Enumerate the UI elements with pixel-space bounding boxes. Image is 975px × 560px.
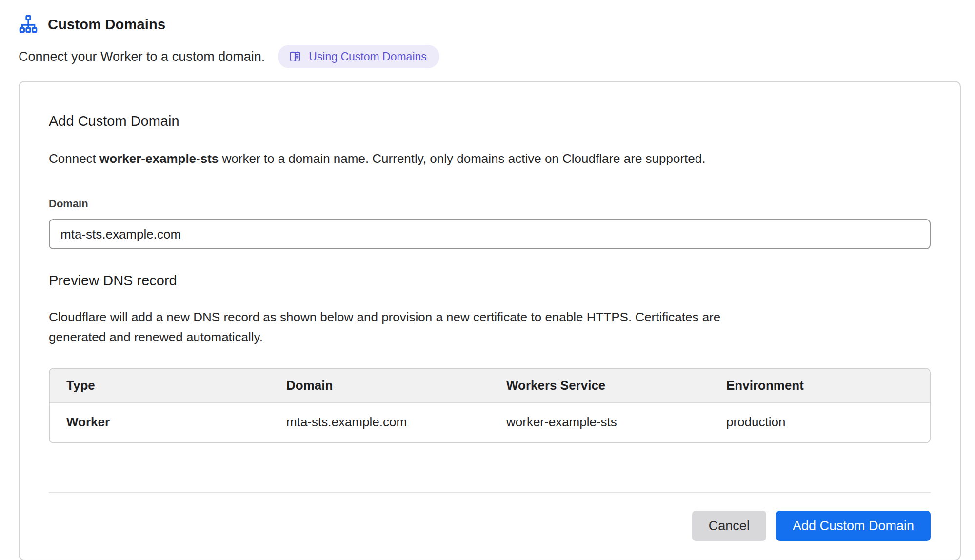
- column-header-environment: Environment: [710, 369, 930, 403]
- docs-link-label: Using Custom Domains: [309, 50, 427, 63]
- add-custom-domain-card: Add Custom Domain Connect worker-example…: [19, 81, 961, 560]
- domain-input[interactable]: [49, 219, 931, 249]
- cell-environment: production: [710, 403, 930, 442]
- page-subtitle: Connect your Worker to a custom domain.: [19, 49, 265, 64]
- custom-domains-page: Custom Domains Connect your Worker to a …: [0, 0, 975, 560]
- preview-dns-description: Cloudflare will add a new DNS record as …: [49, 307, 754, 347]
- dns-preview-table: Type Domain Workers Service Environment …: [49, 368, 931, 443]
- cancel-button[interactable]: Cancel: [692, 511, 766, 541]
- card-title: Add Custom Domain: [49, 113, 931, 129]
- card-description: Connect worker-example-sts worker to a d…: [49, 150, 931, 167]
- domain-label: Domain: [49, 198, 931, 210]
- table-row: Worker mta-sts.example.com worker-exampl…: [50, 403, 930, 442]
- docs-link[interactable]: Using Custom Domains: [278, 45, 439, 68]
- cell-type: Worker: [50, 403, 270, 442]
- preview-dns-heading: Preview DNS record: [49, 273, 931, 289]
- table-header-row: Type Domain Workers Service Environment: [50, 369, 930, 403]
- book-icon: [288, 50, 302, 63]
- page-header: Custom Domains Connect your Worker to a …: [19, 15, 956, 68]
- card-description-suffix: worker to a domain name. Currently, only…: [219, 151, 705, 166]
- column-header-workers-service: Workers Service: [490, 369, 710, 403]
- cell-domain: mta-sts.example.com: [270, 403, 490, 442]
- add-custom-domain-button[interactable]: Add Custom Domain: [776, 511, 931, 541]
- card-description-prefix: Connect: [49, 151, 99, 166]
- column-header-type: Type: [50, 369, 270, 403]
- cell-workers-service: worker-example-sts: [490, 403, 710, 442]
- column-header-domain: Domain: [270, 369, 490, 403]
- page-title: Custom Domains: [48, 17, 165, 33]
- worker-name: worker-example-sts: [99, 151, 219, 166]
- title-row: Custom Domains: [19, 15, 956, 34]
- footer-divider: [49, 492, 931, 493]
- sitemap-icon: [19, 15, 38, 34]
- footer-actions: Cancel Add Custom Domain: [49, 511, 931, 541]
- subtitle-row: Connect your Worker to a custom domain. …: [19, 45, 956, 68]
